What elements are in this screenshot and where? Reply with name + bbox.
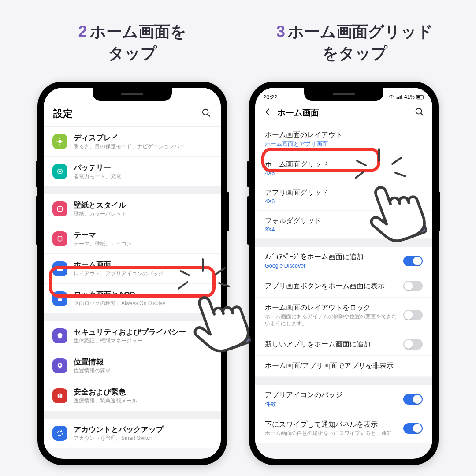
wallpaper-icon bbox=[52, 201, 67, 216]
svg-point-8 bbox=[59, 171, 61, 173]
svg-rect-23 bbox=[417, 96, 420, 98]
tap-hand-icon bbox=[357, 163, 432, 253]
wifi-icon bbox=[388, 94, 394, 100]
status-right: 41% bbox=[388, 94, 424, 100]
home-row[interactable]: ホーム画面/アプリ画面でアプリを非表示 bbox=[255, 356, 432, 377]
battery-icon bbox=[52, 164, 67, 179]
row-title: アプリ画面ボタンをホーム画面に表示 bbox=[265, 282, 385, 291]
row-title: ﾒﾃﾞｨｱﾍﾟｰｼﾞをホーム画面に追加 bbox=[265, 253, 364, 262]
settings-title: 設定 bbox=[53, 107, 73, 120]
row-title: バッテリー bbox=[74, 163, 121, 172]
theme-icon bbox=[52, 231, 67, 246]
row-subtitle: 省電力モード、充電 bbox=[74, 173, 121, 180]
step2-line2: タップ bbox=[108, 44, 157, 62]
tap-hand-icon bbox=[181, 273, 256, 363]
row-subtitle: 明るさ、目の保護モード、ナビゲーションバー bbox=[74, 143, 185, 150]
row-subtitle: レイアウト、アプリアイコンのバッジ bbox=[74, 271, 164, 278]
svg-point-25 bbox=[416, 108, 422, 114]
svg-line-26 bbox=[421, 113, 423, 115]
svg-rect-21 bbox=[401, 95, 402, 99]
row-subtitle: 位置情報の要求 bbox=[74, 368, 111, 375]
settings-row-display[interactable]: ディスプレイ明るさ、目の保護モード、ナビゲーションバー bbox=[44, 127, 221, 157]
settings-row-alert[interactable]: 安全および緊急医療情報、緊急速報メール bbox=[44, 381, 221, 411]
display-icon bbox=[52, 134, 67, 149]
row-title: アプリアイコンのバッジ bbox=[265, 390, 342, 400]
status-time: 20:22 bbox=[263, 94, 278, 100]
row-title: ホーム画面のレイアウト bbox=[265, 130, 423, 140]
row-title: ホーム画面 bbox=[74, 260, 164, 269]
notch bbox=[93, 88, 172, 101]
home-title: ホーム画面 bbox=[277, 107, 319, 119]
svg-line-1 bbox=[208, 114, 210, 116]
row-title: ディスプレイ bbox=[74, 133, 185, 142]
svg-rect-24 bbox=[424, 96, 424, 98]
row-title: 壁紙とスタイル bbox=[74, 201, 126, 210]
step-number: 2 bbox=[78, 22, 87, 41]
home-row[interactable]: アプリアイコンのバッジ件数 bbox=[255, 385, 432, 414]
pin-icon bbox=[52, 358, 67, 373]
row-value: 件数 bbox=[265, 401, 342, 408]
search-icon[interactable] bbox=[415, 107, 424, 119]
settings-row-wallpaper[interactable]: 壁紙とスタイル壁紙、カラーパレット bbox=[44, 194, 221, 224]
settings-row-battery[interactable]: バッテリー省電力モード、充電 bbox=[44, 157, 221, 186]
step2-heading: 2ホーム画面を タップ bbox=[57, 21, 207, 64]
notch bbox=[304, 88, 383, 101]
svg-point-2 bbox=[58, 140, 62, 144]
sync-icon bbox=[52, 426, 67, 441]
row-title: アカウントとバックアップ bbox=[74, 425, 164, 434]
svg-rect-20 bbox=[400, 96, 401, 99]
svg-point-10 bbox=[59, 208, 60, 209]
row-title: セキュリティおよびプライバシー bbox=[74, 327, 186, 337]
row-title: 新しいアプリをホーム画面に追加 bbox=[265, 340, 371, 349]
home-row[interactable]: 新しいアプリをホーム画面に追加 bbox=[255, 333, 432, 356]
phone-mock-2: 20:22 41% ホーム画面 ホーム画面のレイアウトホーム画面とアプリ画面ホー… bbox=[249, 82, 439, 465]
settings-row-theme[interactable]: テーマテーマ、壁紙、アイコン bbox=[44, 224, 221, 254]
settings-row-sync[interactable]: アカウントとバックアップアカウントを管理、Smart Switch bbox=[44, 419, 221, 448]
svg-point-17 bbox=[60, 397, 60, 398]
row-title: ロック画面とAOD bbox=[74, 290, 165, 299]
svg-rect-19 bbox=[398, 97, 399, 99]
step2-line1: ホーム画面を bbox=[90, 22, 186, 41]
row-title: ホーム画面/アプリ画面でアプリを非表示 bbox=[265, 361, 423, 371]
svg-rect-13 bbox=[58, 298, 62, 301]
svg-rect-18 bbox=[397, 97, 398, 99]
toggle[interactable] bbox=[403, 423, 423, 434]
row-subtitle: 生体認証、権限マネージャー bbox=[74, 338, 186, 345]
home-header: ホーム画面 bbox=[255, 103, 432, 125]
row-subtitle: 画面ロックの種類、Always On Display bbox=[74, 300, 165, 307]
toggle[interactable] bbox=[403, 310, 423, 320]
toggle[interactable] bbox=[403, 339, 423, 350]
alert-icon bbox=[52, 388, 67, 403]
shield-icon bbox=[52, 328, 67, 343]
row-title: 下にスワイプして通知パネルを表示 bbox=[265, 420, 392, 429]
row-title: 位置情報 bbox=[74, 357, 111, 367]
lock-icon bbox=[52, 291, 67, 306]
search-icon[interactable] bbox=[201, 108, 211, 119]
screen-home: 20:22 41% ホーム画面 ホーム画面のレイアウトホーム画面とアプリ画面ホー… bbox=[255, 88, 432, 459]
svg-point-0 bbox=[203, 109, 208, 115]
signal-icon bbox=[396, 94, 402, 100]
home-row[interactable]: ホーム画面のレイアウトをロックホーム画面にあるアイテムの削除や位置の変更をできな… bbox=[255, 298, 432, 333]
row-title: テーマ bbox=[74, 231, 132, 240]
svg-rect-11 bbox=[58, 236, 62, 241]
svg-rect-9 bbox=[58, 207, 63, 212]
row-subtitle: テーマ、壁紙、アイコン bbox=[74, 241, 132, 248]
row-value: Google Discover bbox=[265, 263, 364, 269]
row-subtitle: アカウントを管理、Smart Switch bbox=[74, 435, 164, 442]
row-subtitle: 医療情報、緊急速報メール bbox=[74, 398, 137, 405]
row-title: 安全および緊急 bbox=[74, 387, 137, 397]
status-battery: 41% bbox=[404, 94, 415, 100]
toggle[interactable] bbox=[403, 394, 423, 405]
home-row[interactable]: 下にスワイプして通知パネルを表示ホーム画面の任意の場所を下にスワイプすると、通知 bbox=[255, 414, 432, 443]
step-number: 3 bbox=[276, 22, 285, 41]
back-icon[interactable] bbox=[263, 107, 273, 119]
toggle[interactable] bbox=[403, 256, 423, 266]
home-icon bbox=[52, 261, 67, 276]
row-subtitle: ホーム画面にあるアイテムの削除や位置の変更をできないようにします。 bbox=[265, 313, 398, 327]
row-subtitle: ホーム画面の任意の場所を下にスワイプすると、通知 bbox=[265, 430, 392, 437]
svg-point-14 bbox=[59, 364, 61, 366]
home-row[interactable]: アプリ画面ボタンをホーム画面に表示 bbox=[255, 275, 432, 298]
step3-line1: ホーム画面グリッド bbox=[288, 22, 433, 41]
step3-heading: 3ホーム画面グリッド をタップ bbox=[245, 21, 465, 64]
toggle[interactable] bbox=[403, 281, 423, 291]
